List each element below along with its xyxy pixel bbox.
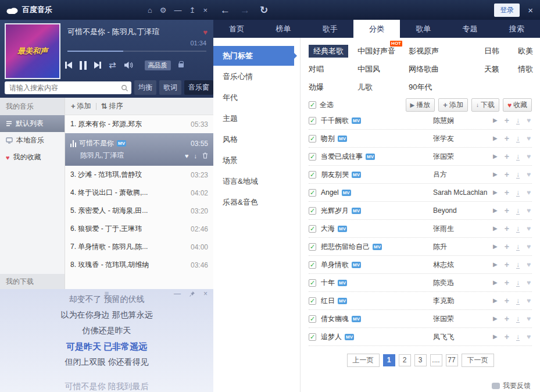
song-checkbox[interactable]: ✓: [309, 315, 316, 323]
pin-top-icon[interactable]: ↥: [189, 6, 196, 14]
favorite-icon[interactable]: ♥: [527, 333, 531, 340]
download-icon[interactable]: ↓: [516, 135, 520, 142]
playlist-row[interactable]: 6. 狼狈爱 - 丁于,王琳玮 02:46: [65, 220, 213, 238]
download-icon[interactable]: ↓: [516, 225, 520, 233]
download-icon[interactable]: ↓: [516, 153, 520, 161]
play-icon[interactable]: ▶: [493, 136, 498, 141]
mv-badge[interactable]: MV: [338, 226, 347, 232]
tag-link[interactable]: 劲爆: [309, 81, 324, 94]
tag-link[interactable]: 经典老歌: [309, 45, 348, 58]
song-artist[interactable]: 吕方: [433, 170, 493, 180]
song-artist[interactable]: 张国荣: [433, 314, 493, 324]
favorite-heart-icon[interactable]: ♥: [203, 28, 208, 37]
playlist-row[interactable]: 7. 单身情歌 - 陈羽凡,陈... 04:00: [65, 238, 213, 256]
play-icon[interactable]: ▶: [493, 244, 498, 250]
favorite-icon[interactable]: ♥: [527, 261, 531, 268]
search-icon[interactable]: [121, 84, 128, 94]
page-number[interactable]: ....: [430, 354, 442, 366]
song-title[interactable]: 单身情歌: [321, 260, 349, 270]
playlist-row[interactable]: 1. 原来有你 - 郑源,郑东 05:33: [65, 115, 213, 133]
song-title[interactable]: 十年: [321, 278, 335, 288]
dock-button[interactable]: 音乐窗: [184, 80, 213, 95]
play-icon[interactable]: ▶: [493, 316, 498, 322]
song-checkbox[interactable]: ✓: [309, 243, 316, 251]
playlist-row[interactable]: 可惜不是你 MV 03:55 陈羽凡,丁泽瑄 ♥ ↓: [65, 133, 213, 166]
song-title[interactable]: 追梦人: [321, 332, 342, 342]
favorite-icon[interactable]: ♥: [527, 171, 531, 178]
song-title[interactable]: 当爱已成往事: [321, 152, 363, 162]
song-title[interactable]: 把悲伤留给自己: [321, 242, 370, 252]
add-icon[interactable]: +: [505, 279, 509, 287]
song-checkbox[interactable]: ✓: [309, 135, 316, 142]
song-checkbox[interactable]: ✓: [309, 333, 316, 341]
song-row[interactable]: ✓ 吻别 MV 张学友 ▶ + ↓ ♥: [309, 130, 532, 148]
add-icon[interactable]: +: [505, 224, 509, 233]
add-icon[interactable]: +: [505, 206, 509, 215]
add-song-button[interactable]: + 添加: [71, 101, 91, 111]
song-artist[interactable]: 李克勤: [433, 296, 493, 306]
play-icon[interactable]: ▶: [493, 154, 498, 159]
forward-icon[interactable]: →: [240, 5, 250, 15]
song-artist[interactable]: Beyond: [433, 206, 493, 215]
download-icon[interactable]: ↓: [516, 333, 520, 341]
album-art[interactable]: 最美和声: [5, 23, 60, 79]
song-title[interactable]: 光辉岁月: [321, 206, 349, 216]
download-icon[interactable]: ↓: [516, 315, 520, 323]
tag-link[interactable]: 影视原声: [409, 45, 439, 58]
mv-badge[interactable]: MV: [117, 140, 126, 147]
add-icon[interactable]: +: [505, 297, 509, 305]
close-icon[interactable]: ×: [203, 6, 208, 14]
nav-tab[interactable]: 榜单: [260, 20, 306, 38]
mv-badge[interactable]: MV: [352, 117, 361, 124]
song-title[interactable]: 朋友别哭: [321, 170, 349, 180]
mv-badge[interactable]: MV: [373, 244, 382, 250]
song-artist[interactable]: 凤飞飞: [433, 332, 493, 342]
sidebar-playlist-item[interactable]: 本地音乐: [0, 132, 65, 149]
song-title[interactable]: Angel: [321, 188, 339, 197]
song-checkbox[interactable]: ✓: [309, 117, 316, 124]
settings-gear-icon[interactable]: ⚙: [160, 6, 167, 14]
mv-badge[interactable]: MV: [342, 190, 351, 196]
tag-link[interactable]: 情歌: [518, 63, 533, 76]
song-title[interactable]: 大海: [321, 224, 335, 234]
play-icon[interactable]: ▶: [493, 172, 498, 177]
lyrics-close-icon[interactable]: ×: [203, 290, 208, 298]
play-icon[interactable]: ▶: [493, 117, 498, 123]
play-icon[interactable]: ▶: [493, 298, 498, 304]
song-checkbox[interactable]: ✓: [309, 225, 316, 233]
category-item[interactable]: 主题: [213, 109, 300, 129]
lyrics-pin-icon[interactable]: [189, 291, 195, 297]
mv-badge[interactable]: MV: [338, 298, 347, 304]
tag-link[interactable]: 儿歌: [357, 81, 373, 94]
song-checkbox[interactable]: ✓: [309, 171, 316, 179]
song-checkbox[interactable]: ✓: [309, 297, 316, 305]
back-icon[interactable]: ←: [220, 5, 230, 15]
tag-link[interactable]: 对唱: [309, 63, 324, 76]
add-icon[interactable]: +: [505, 188, 509, 197]
song-row[interactable]: ✓ 千千阙歌 MV 陈慧娴 ▶ + ↓ ♥: [309, 112, 532, 130]
page-number[interactable]: 3: [414, 354, 427, 366]
select-all-label[interactable]: 全选: [320, 100, 334, 110]
favorite-icon[interactable]: ♥: [527, 189, 531, 196]
sidebar-playlist-item[interactable]: 默认列表: [0, 115, 65, 132]
quality-badge[interactable]: 高品质: [145, 60, 171, 70]
play-icon[interactable]: ▶: [493, 334, 498, 340]
song-checkbox[interactable]: ✓: [309, 279, 316, 287]
song-row[interactable]: ✓ 光辉岁月 MV Beyond ▶ + ↓ ♥: [309, 202, 532, 220]
search-input[interactable]: [5, 81, 131, 94]
nav-tab[interactable]: 歌手: [307, 20, 353, 38]
nav-tab[interactable]: 歌单: [400, 20, 446, 38]
page-number[interactable]: 2: [399, 354, 411, 366]
mv-badge[interactable]: MV: [338, 280, 347, 286]
download-icon[interactable]: ↓: [516, 279, 520, 287]
favorite-icon[interactable]: ♥: [185, 152, 189, 159]
page-number[interactable]: 77: [446, 354, 458, 366]
download-icon[interactable]: ↓: [516, 297, 520, 305]
favorite-icon[interactable]: ♥: [527, 315, 531, 322]
song-artist[interactable]: 陈奕迅: [433, 278, 493, 288]
mv-badge[interactable]: MV: [352, 316, 361, 322]
add-icon[interactable]: +: [505, 134, 509, 142]
favorite-icon[interactable]: ♥: [527, 243, 531, 250]
playlist-row[interactable]: 8. 玫瑰香 - 范玮琪,胡维纳 03:46: [65, 256, 213, 274]
download-icon[interactable]: ↓: [516, 207, 520, 215]
